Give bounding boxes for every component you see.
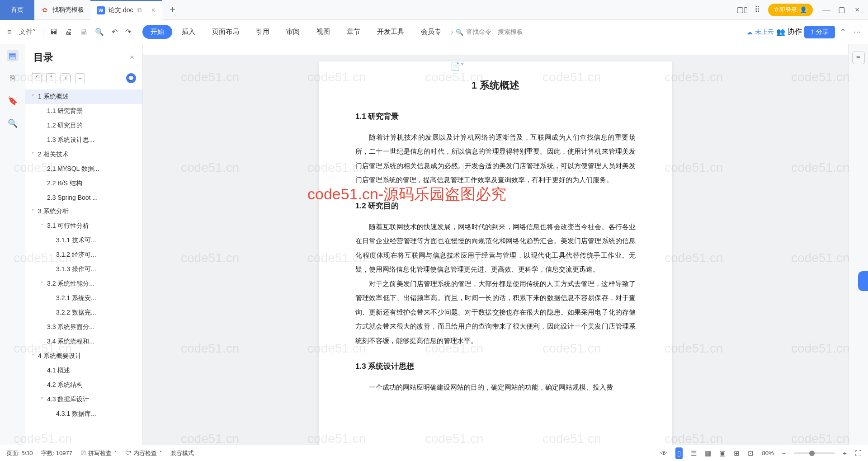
outline-item[interactable]: ˅3 系统分析 <box>25 204 142 219</box>
chevron-up-icon[interactable]: ⌃ <box>837 25 849 39</box>
maximize-icon[interactable]: ▢ <box>837 5 846 14</box>
chat-icon[interactable]: 💬 <box>126 73 136 83</box>
menu-insert[interactable]: 插入 <box>175 24 203 40</box>
expand-all-icon[interactable]: ˄ <box>46 73 56 83</box>
outline-item[interactable]: ˅2 相关技术 <box>25 147 142 162</box>
outline-item[interactable]: 2.2 B/S 结构 <box>25 176 142 191</box>
word-count[interactable]: 字数: 10977 <box>41 449 72 457</box>
minimize-icon[interactable]: — <box>822 5 831 14</box>
menu-devtools[interactable]: 开发工具 <box>370 24 411 40</box>
close-icon[interactable]: × <box>151 6 155 14</box>
more-icon[interactable]: ⋯ <box>851 25 863 39</box>
outline-view-icon[interactable]: ☰ <box>691 449 697 457</box>
outline-item[interactable]: 1.1 研究背景 <box>25 104 142 118</box>
outline-item[interactable]: 2.3 Spring Boot ... <box>25 191 142 204</box>
outline-item[interactable]: 3.1.2 经济可... <box>25 248 142 262</box>
outline-item[interactable]: ˅3.1 可行性分析 <box>25 219 142 233</box>
outline-item[interactable]: ˅3.2 系统性能分... <box>25 277 142 291</box>
page-indicator[interactable]: 页面: 5/30 <box>6 449 33 457</box>
zoom-out-icon[interactable]: − <box>782 449 786 457</box>
remove-outline-icon[interactable]: − <box>75 73 85 83</box>
print-icon[interactable]: 🖶 <box>77 25 90 39</box>
file-menu[interactable]: 文件 ˅ <box>16 25 39 39</box>
cloud-status[interactable]: ☁ 未上云 <box>746 28 774 36</box>
paragraph: 对于之前美发门店管理系统的管理，大部分都是使用传统的人工方式去管理，这样导致了管… <box>355 277 636 348</box>
spellcheck-button[interactable]: ☑拼写检查 ˅ <box>80 449 117 457</box>
grid-icon[interactable]: ⊞ <box>734 449 740 457</box>
tab-label: 找稻壳模板 <box>52 6 84 14</box>
layout-icon[interactable]: ▢▯ <box>737 5 746 14</box>
menu-icon[interactable]: ≡ <box>5 25 14 39</box>
right-rail: ≡ <box>848 44 868 445</box>
outline-item[interactable]: 4.2 系统结构 <box>25 378 142 392</box>
zoom-slider[interactable] <box>794 452 835 454</box>
fullscreen-icon[interactable]: ⛶ <box>855 449 862 457</box>
outline-item[interactable]: 3.2.1 系统安... <box>25 291 142 306</box>
apps-icon[interactable]: ⠿ <box>753 5 762 14</box>
window-close-icon[interactable]: × <box>853 5 862 14</box>
add-outline-icon[interactable]: + <box>61 73 71 83</box>
menu-member[interactable]: 会员专 <box>414 24 448 40</box>
tab-home[interactable]: 首页 <box>0 0 34 20</box>
collapse-all-icon[interactable]: ˅ <box>32 73 42 83</box>
outline-item[interactable]: 3.4 系统流程和... <box>25 334 142 349</box>
outline-item[interactable]: 3.3 系统界面分... <box>25 320 142 334</box>
paragraph-tool-icon[interactable]: 📄˅ <box>450 61 464 71</box>
search-icon: 🔍 <box>456 28 463 36</box>
outline-item[interactable]: 1.2 研究目的 <box>25 118 142 133</box>
side-tab-icon[interactable] <box>858 271 868 291</box>
web-view-icon[interactable]: ▦ <box>705 449 711 457</box>
status-bar: 页面: 5/30 字数: 10977 ☑拼写检查 ˅ 🛡内容检查 ˅ 兼容模式 … <box>0 445 868 461</box>
left-rail: ▤ ⎘ 🔖 🔍 <box>0 44 25 445</box>
tab-document[interactable]: W 论文.doc ⧉ × <box>90 0 162 20</box>
page-view-icon[interactable]: ▯ <box>675 447 683 459</box>
word-icon: W <box>97 6 105 14</box>
outline-item[interactable]: 3.1.3 操作可... <box>25 262 142 277</box>
split-icon[interactable]: ⧉ <box>137 6 142 14</box>
outline-item[interactable]: 4.1 概述 <box>25 363 142 378</box>
menu-chapter[interactable]: 章节 <box>340 24 368 40</box>
page[interactable]: 1 系统概述 1.1 研究背景 随着计算机技术的发展以及计算机网络的逐渐普及，互… <box>319 61 672 445</box>
redo-icon[interactable]: ↷ <box>123 25 134 39</box>
panel-close-icon[interactable]: × <box>130 53 134 62</box>
preview-icon[interactable]: 🔍 <box>92 25 107 39</box>
outline-title: 目录 <box>33 51 53 64</box>
outline-item[interactable]: ˅1 系统概述 <box>25 89 142 104</box>
menu-review[interactable]: 审阅 <box>279 24 307 40</box>
menu-reference[interactable]: 引用 <box>249 24 277 40</box>
menu-start[interactable]: 开始 <box>142 25 172 39</box>
eye-icon[interactable]: 👁 <box>660 449 667 457</box>
bookmark-rail-icon[interactable]: ⎘ <box>7 72 19 84</box>
ruler[interactable] <box>143 44 848 55</box>
menu-view[interactable]: 视图 <box>309 24 337 40</box>
bookmark-icon[interactable]: 🔖 <box>7 95 19 107</box>
outline-item[interactable]: ˅4 系统概要设计 <box>25 349 142 363</box>
outline-item[interactable]: 1.3 系统设计思... <box>25 133 142 147</box>
zoom-level[interactable]: 80% <box>762 450 774 456</box>
menu-layout[interactable]: 页面布局 <box>205 24 246 40</box>
share-button[interactable]: ⤴ 分享 <box>804 26 835 38</box>
search-rail-icon[interactable]: 🔍 <box>7 118 19 129</box>
zoom-fit-icon[interactable]: ⊡ <box>748 449 754 457</box>
outline-icon[interactable]: ▤ <box>7 50 19 61</box>
outline-item[interactable]: ˅4.3 数据库设计 <box>25 392 142 407</box>
styles-icon[interactable]: ≡ <box>852 52 865 64</box>
command-search[interactable]: 🔍 查找命令、搜索模板 <box>456 28 523 36</box>
heading-1-1: 1.1 研究背景 <box>355 108 636 125</box>
zoom-in-icon[interactable]: + <box>843 449 847 457</box>
export-icon[interactable]: 🖨 <box>62 25 75 39</box>
save-icon[interactable]: 🖬 <box>47 25 60 39</box>
read-view-icon[interactable]: ▣ <box>719 449 726 457</box>
collab-button[interactable]: 👥 协作 <box>776 27 802 37</box>
outline-item[interactable]: 3.2.2 数据完... <box>25 306 142 320</box>
tab-template[interactable]: ✿ 找稻壳模板 <box>34 0 90 20</box>
login-button[interactable]: 立即登录 👤 <box>768 4 813 16</box>
outline-item[interactable]: 3.1.1 技术可... <box>25 233 142 248</box>
undo-icon[interactable]: ↶ <box>109 25 120 39</box>
outline-list: ˅1 系统概述1.1 研究背景1.2 研究目的1.3 系统设计思...˅2 相关… <box>25 86 142 445</box>
tab-add[interactable]: + <box>162 5 184 15</box>
compat-mode[interactable]: 兼容模式 <box>170 449 194 457</box>
outline-item[interactable]: 4.3.1 数据库... <box>25 407 142 421</box>
outline-item[interactable]: 2.1 MYSQL 数据... <box>25 162 142 176</box>
content-check-button[interactable]: 🛡内容检查 ˅ <box>125 449 162 457</box>
